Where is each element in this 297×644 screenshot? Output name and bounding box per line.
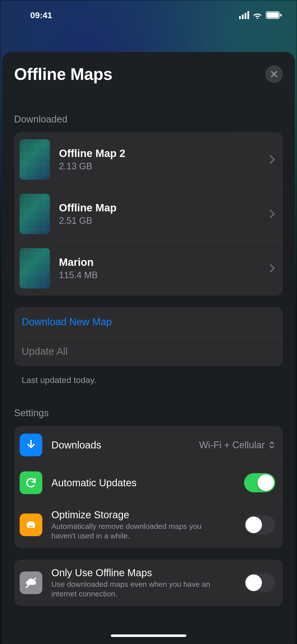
chevron-right-icon bbox=[269, 155, 275, 164]
chevron-up-down-icon bbox=[268, 440, 275, 450]
offline-only-card: Only Use Offline Maps Use downloaded map… bbox=[14, 560, 283, 606]
cloud-off-icon bbox=[20, 571, 42, 594]
map-name: Offline Map 2 bbox=[59, 147, 269, 159]
svg-rect-3 bbox=[29, 526, 33, 527]
downloads-setting-row[interactable]: Downloads Wi-Fi + Cellular bbox=[14, 426, 283, 464]
offline-only-sub: Use downloaded maps even when you have a… bbox=[51, 579, 223, 598]
map-size: 115.4 MB bbox=[59, 270, 269, 280]
map-name: Offline Map bbox=[59, 202, 269, 214]
last-updated-label: Last updated today. bbox=[22, 375, 283, 385]
status-indicators bbox=[239, 11, 282, 19]
map-thumbnail bbox=[20, 248, 50, 288]
map-size: 2.13 GB bbox=[59, 161, 269, 172]
home-indicator[interactable] bbox=[111, 634, 186, 637]
map-row[interactable]: Offline Map 2.51 GB bbox=[14, 187, 283, 241]
map-size: 2.51 GB bbox=[59, 215, 269, 226]
optimize-storage-row[interactable]: Optimize Storage Automatically remove do… bbox=[14, 502, 283, 548]
map-name: Marion bbox=[59, 256, 269, 268]
chevron-right-icon bbox=[269, 210, 275, 218]
downloads-value: Wi-Fi + Cellular bbox=[199, 440, 265, 450]
map-row[interactable]: Marion 115.4 MB bbox=[14, 241, 283, 296]
status-bar: 09:41 bbox=[0, 0, 297, 30]
close-button[interactable] bbox=[265, 65, 283, 83]
map-thumbnail bbox=[20, 139, 50, 180]
downloaded-maps-list: Offline Map 2 2.13 GB Offline Map 2.51 G… bbox=[14, 132, 283, 296]
download-actions: Download New Map Update All bbox=[14, 307, 283, 366]
optimize-storage-toggle[interactable] bbox=[244, 515, 275, 534]
battery-icon bbox=[266, 11, 282, 19]
page-title: Offline Maps bbox=[14, 65, 112, 84]
close-icon bbox=[270, 70, 278, 78]
map-row[interactable]: Offline Map 2 2.13 GB bbox=[14, 132, 283, 187]
chevron-right-icon bbox=[269, 264, 275, 273]
optimize-storage-sub: Automatically remove downloaded maps you… bbox=[51, 522, 223, 540]
update-all-button[interactable]: Update All bbox=[14, 337, 283, 366]
refresh-icon bbox=[20, 471, 42, 494]
optimize-storage-label: Optimize Storage bbox=[51, 509, 244, 521]
status-time: 09:41 bbox=[30, 10, 52, 20]
automatic-updates-toggle[interactable] bbox=[244, 473, 275, 492]
storage-icon bbox=[20, 513, 42, 536]
download-icon bbox=[20, 434, 42, 456]
automatic-updates-row[interactable]: Automatic Updates bbox=[14, 464, 283, 502]
automatic-updates-label: Automatic Updates bbox=[51, 477, 244, 489]
offline-maps-sheet: Offline Maps Downloaded Offline Map 2 2.… bbox=[2, 52, 295, 644]
settings-list: Downloads Wi-Fi + Cellular Automatic Upd… bbox=[14, 426, 283, 548]
svg-rect-1 bbox=[267, 12, 279, 18]
download-new-label: Download New Map bbox=[22, 316, 112, 327]
section-downloaded-label: Downloaded bbox=[14, 114, 283, 125]
svg-rect-2 bbox=[280, 14, 282, 17]
offline-only-label: Only Use Offline Maps bbox=[51, 567, 244, 578]
downloads-label: Downloads bbox=[51, 439, 199, 451]
offline-only-row[interactable]: Only Use Offline Maps Use downloaded map… bbox=[14, 560, 283, 606]
map-thumbnail bbox=[20, 194, 50, 234]
update-all-label: Update All bbox=[22, 346, 68, 357]
cellular-icon bbox=[239, 11, 249, 19]
section-settings-label: Settings bbox=[14, 408, 283, 418]
offline-only-toggle[interactable] bbox=[244, 573, 275, 592]
download-new-map-button[interactable]: Download New Map bbox=[14, 307, 283, 337]
wifi-icon bbox=[253, 11, 262, 19]
